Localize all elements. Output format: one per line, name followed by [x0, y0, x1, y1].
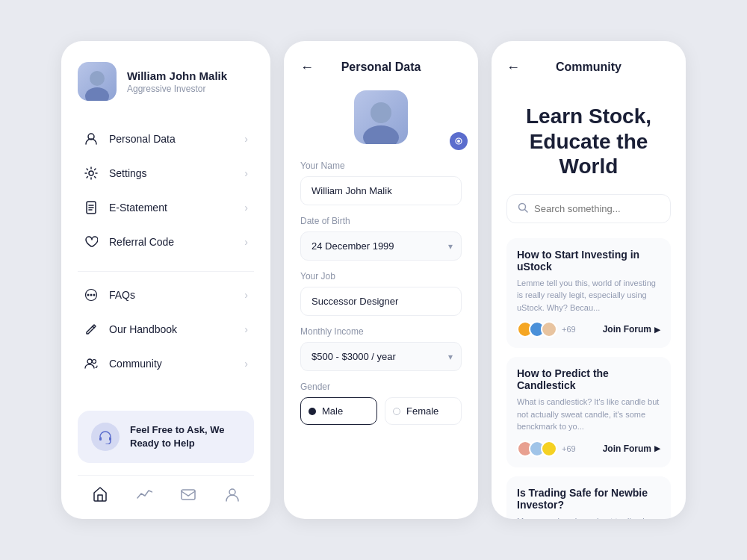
nav-chart[interactable] — [134, 485, 154, 504]
avatar — [541, 321, 557, 337]
gear-icon — [84, 166, 99, 181]
job-label: Your Job — [300, 271, 462, 281]
svg-rect-15 — [109, 437, 111, 441]
person-icon — [84, 131, 99, 146]
name-field-group: Your Name — [300, 161, 462, 205]
menu-item-settings[interactable]: Settings › — [78, 156, 254, 190]
menu-label: Community — [109, 358, 234, 370]
profile-photo-wrap — [300, 90, 462, 144]
screen-title: Personal Data — [341, 60, 421, 74]
community-headline: Learn Stock, Educate the World — [506, 104, 671, 179]
join-label: Join Forum — [603, 324, 651, 335]
chevron-icon: › — [244, 236, 248, 248]
avatar-stack-2: +69 — [517, 441, 576, 457]
join-forum-button-2[interactable]: Join Forum ▶ — [603, 444, 660, 454]
chevron-icon: › — [244, 167, 248, 179]
search-input[interactable] — [534, 203, 660, 214]
svg-point-0 — [90, 71, 105, 86]
profile-menu-screen: William John Malik Aggressive Investor P… — [61, 41, 270, 519]
gender-label: Gender — [300, 382, 462, 392]
menu-section-main: Personal Data › Settings › — [78, 122, 254, 259]
svg-point-10 — [93, 294, 96, 296]
search-icon — [518, 202, 528, 215]
chevron-icon: › — [244, 289, 248, 301]
svg-point-13 — [93, 360, 96, 364]
svg-point-17 — [229, 489, 235, 495]
community-screen: ← Community Learn Stock, Educate the Wor… — [492, 41, 686, 519]
forum-desc-1: Lemme tell you this, world of investing … — [517, 277, 660, 314]
pencil-icon — [84, 322, 99, 337]
avatar — [78, 62, 117, 101]
name-input[interactable] — [300, 176, 462, 205]
menu-item-e-statement[interactable]: E-Statement › — [78, 190, 254, 225]
back-button[interactable]: ← — [300, 60, 314, 75]
menu-item-community[interactable]: Community › — [78, 346, 254, 381]
radio-dot-empty — [393, 408, 400, 415]
avatar-count: +69 — [562, 325, 576, 334]
svg-point-21 — [457, 140, 460, 143]
join-label: Join Forum — [603, 444, 651, 454]
divider — [78, 271, 254, 272]
svg-point-1 — [85, 87, 109, 101]
radio-dot-filled — [309, 408, 316, 415]
dob-label: Date of Birth — [300, 216, 462, 226]
menu-item-handbook[interactable]: Our Handbook › — [78, 312, 254, 346]
help-card[interactable]: Feel Free to Ask, We Ready to Help — [78, 411, 254, 463]
job-input[interactable] — [300, 287, 462, 316]
nav-person[interactable] — [223, 485, 242, 504]
forum-card-2: How to Predict the Candlestick What is c… — [506, 357, 671, 467]
svg-rect-14 — [99, 437, 102, 441]
heart-icon — [84, 234, 99, 249]
forum-desc-3: Many people ask us about trading in uSto… — [517, 515, 660, 519]
dots-icon — [84, 287, 99, 302]
gender-male-label: Male — [322, 405, 343, 417]
dob-field-group: Date of Birth 24 December 1999 ▾ — [300, 216, 462, 261]
bottom-nav — [78, 475, 254, 504]
menu-label: Settings — [109, 167, 234, 179]
community-header: ← Community — [506, 60, 671, 74]
photo-edit-button[interactable] — [450, 132, 468, 150]
forum-title-1: How to Start Investing in uStock — [517, 249, 660, 273]
join-forum-button-1[interactable]: Join Forum ▶ — [603, 324, 660, 335]
headset-icon — [91, 423, 120, 451]
arrow-icon: ▶ — [654, 444, 660, 452]
forum-footer-1: +69 Join Forum ▶ — [517, 321, 660, 337]
forum-title-2: How to Predict the Candlestick — [517, 367, 660, 391]
forum-footer-2: +69 Join Forum ▶ — [517, 441, 660, 457]
gender-male-button[interactable]: Male — [300, 397, 377, 425]
menu-label: E-Statement — [109, 202, 234, 214]
gender-female-button[interactable]: Female — [385, 397, 462, 425]
menu-label: Referral Code — [109, 236, 234, 248]
profile-header: William John Malik Aggressive Investor — [78, 62, 254, 101]
avatar-count: +69 — [562, 444, 576, 453]
profile-info: William John Malik Aggressive Investor — [127, 69, 227, 94]
screen-title: Community — [556, 60, 622, 74]
menu-list: Personal Data › Settings › — [78, 122, 254, 411]
svg-point-19 — [363, 125, 399, 144]
nav-mail[interactable] — [179, 485, 198, 504]
help-text: Feel Free to Ask, We Ready to Help — [130, 423, 241, 450]
profile-role: Aggressive Investor — [127, 84, 227, 94]
gender-field-group: Gender Male Female — [300, 382, 462, 425]
back-button[interactable]: ← — [506, 60, 520, 75]
gender-female-label: Female — [406, 405, 438, 417]
chevron-icon: › — [244, 358, 248, 370]
chevron-icon: › — [244, 133, 248, 145]
income-label: Monthly Income — [300, 326, 462, 337]
menu-section-secondary: FAQs › Our Handbook › — [78, 278, 254, 381]
menu-label: Personal Data — [109, 133, 234, 145]
menu-item-personal-data[interactable]: Personal Data › — [78, 122, 254, 156]
dob-select[interactable]: 24 December 1999 — [300, 231, 462, 261]
menu-item-referral[interactable]: Referral Code › — [78, 225, 254, 259]
search-bar[interactable] — [506, 194, 671, 223]
forum-card-1: How to Start Investing in uStock Lemme t… — [506, 238, 671, 349]
nav-home[interactable] — [90, 485, 110, 504]
chevron-icon: › — [244, 323, 248, 335]
dob-select-wrap: 24 December 1999 ▾ — [300, 231, 462, 261]
income-select[interactable]: $500 - $3000 / year — [300, 342, 462, 371]
job-field-group: Your Job — [300, 271, 462, 316]
menu-item-faqs[interactable]: FAQs › — [78, 278, 254, 312]
forum-card-3: Is Trading Safe for Newbie Investor? Man… — [506, 476, 671, 519]
arrow-icon: ▶ — [654, 326, 660, 334]
name-label: Your Name — [300, 161, 462, 171]
